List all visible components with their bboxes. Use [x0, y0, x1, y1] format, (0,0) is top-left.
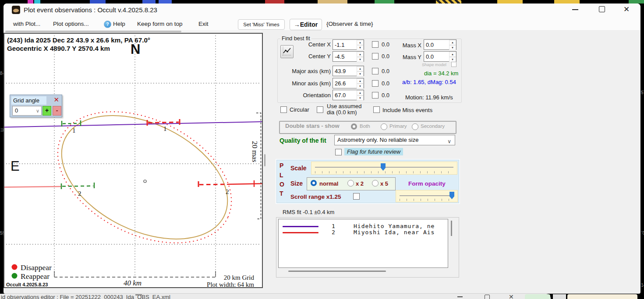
- set-miss-times-button[interactable]: Set 'Miss' Times: [238, 19, 285, 30]
- find-best-fit-button[interactable]: [280, 45, 294, 58]
- mass-x-label: Mass X: [400, 42, 421, 49]
- mass-y-stepper[interactable]: ▲▼: [424, 51, 456, 62]
- size-x2-radio[interactable]: [347, 180, 354, 186]
- disappear-legend-dot: [12, 264, 18, 270]
- plot-version-label: Occult 4.2025.8.23: [6, 282, 48, 287]
- plot-letter: O: [280, 181, 284, 188]
- size-x5-label: x 5: [380, 180, 388, 187]
- grid-angle-label: Grid angle: [11, 96, 46, 105]
- bg-close-icon[interactable]: ✕: [509, 293, 514, 299]
- double-primary-radio[interactable]: [381, 123, 387, 130]
- asteroid-ellipse[interactable]: [42, 91, 248, 264]
- center-x-stepper[interactable]: ▲▼: [333, 39, 364, 50]
- center-x-label: Center X: [299, 41, 331, 48]
- use-assumed-dia-checkbox[interactable]: [317, 106, 323, 113]
- bg-minimize-icon[interactable]: [457, 296, 463, 297]
- spin-down-icon[interactable]: ▼: [357, 45, 364, 50]
- major-axis-fix-label: 0.0: [382, 68, 389, 74]
- plot-title-line2: Geocentric X 4890.7 Y 2570.4 km: [7, 45, 110, 52]
- help-icon[interactable]: ?: [104, 21, 111, 28]
- spin-down-icon[interactable]: ▼: [449, 45, 456, 50]
- menu-plot-options[interactable]: Plot options...: [53, 21, 89, 27]
- plot-width-label: Plot width: 64 km: [207, 281, 254, 287]
- size-normal-radio[interactable]: [311, 180, 317, 186]
- quality-select[interactable]: Astrometry only. No reliable size ∨: [334, 135, 455, 145]
- spin-up-icon[interactable]: ▲: [357, 66, 364, 71]
- spin-up-icon[interactable]: ▲: [357, 52, 364, 57]
- shape-model-label: Shape model: [422, 62, 446, 67]
- taskbar-fragment: [554, 0, 580, 4]
- center-y-fix-checkbox[interactable]: [372, 53, 379, 60]
- grid-angle-plus-button[interactable]: +: [42, 106, 51, 116]
- spin-up-icon[interactable]: ▲: [357, 40, 364, 45]
- spin-up-icon[interactable]: ▲: [449, 52, 456, 57]
- center-y-stepper[interactable]: ▲▼: [333, 51, 364, 62]
- editor-button[interactable]: →Editor: [290, 19, 322, 30]
- chord-1[interactable]: 1 1: [4, 119, 262, 134]
- spin-down-icon[interactable]: ▼: [357, 95, 364, 101]
- spin-down-icon[interactable]: ▼: [357, 71, 364, 77]
- flag-review-checkbox[interactable]: [335, 149, 342, 155]
- scroll-range-checkbox[interactable]: [353, 193, 360, 200]
- bg-maximize-icon[interactable]: [485, 295, 490, 299]
- fit-chart-icon: [282, 46, 292, 56]
- form-opacity-slider-thumb[interactable]: [449, 192, 454, 199]
- size-x5-radio[interactable]: [372, 180, 379, 186]
- include-miss-label: Include Miss events: [382, 107, 432, 113]
- double-both-label: Both: [360, 123, 370, 129]
- maximize-icon[interactable]: [599, 6, 605, 12]
- circular-checkbox[interactable]: [280, 106, 287, 113]
- observer-list-panel: 1 Hidehito Yamamura, ne 2 Miyoshi Ida, n…: [276, 217, 459, 278]
- major-axis-stepper[interactable]: ▲▼: [333, 66, 364, 76]
- observer-2-chord-swatch: [283, 232, 318, 233]
- observer-name: Hidehito Yamamura, ne: [354, 223, 435, 229]
- center-y-label: Center Y: [299, 53, 331, 60]
- double-secondary-radio[interactable]: [412, 123, 418, 130]
- menu-keep-on-top[interactable]: Keep form on top: [137, 21, 183, 27]
- desktop: 8- ヨ 5§ 57 て 14 Plot event observations …: [0, 0, 644, 299]
- spin-down-icon[interactable]: ▼: [357, 57, 364, 62]
- grid-angle-minus-button[interactable]: -: [53, 106, 61, 116]
- spin-up-icon[interactable]: ▲: [449, 40, 456, 45]
- observer-listbox[interactable]: 1 Hidehito Yamamura, ne 2 Miyoshi Ida, n…: [278, 219, 448, 268]
- shape-model-checkbox[interactable]: [451, 62, 456, 67]
- orientation-fix-checkbox[interactable]: [372, 92, 379, 98]
- taskbar-fragment: [142, 0, 156, 4]
- mass-y-label: Mass Y: [400, 54, 421, 60]
- edge-fragment: 57: [641, 91, 644, 95]
- chevron-down-icon: ∨: [36, 106, 39, 115]
- observer-list-hscrollbar[interactable]: [288, 271, 386, 272]
- scale-slider-thumb[interactable]: [381, 163, 386, 171]
- panel-splitter[interactable]: [264, 154, 265, 166]
- grid-angle-close-icon[interactable]: ✕: [53, 96, 59, 104]
- spin-up-icon[interactable]: ▲: [357, 90, 364, 95]
- major-axis-fix-checkbox[interactable]: [372, 68, 379, 74]
- flag-review-label: Flag for future review: [344, 148, 403, 155]
- menu-help[interactable]: Help: [113, 21, 125, 27]
- double-both-radio[interactable]: [351, 123, 357, 130]
- scale-slider[interactable]: [311, 162, 457, 175]
- center-x-fix-label: 0.0: [382, 41, 389, 48]
- include-miss-checkbox[interactable]: [373, 106, 380, 113]
- form-opacity-slider[interactable]: [396, 190, 458, 202]
- close-icon[interactable]: ✕: [623, 5, 630, 14]
- spin-up-icon[interactable]: ▲: [357, 78, 364, 84]
- center-x-fix-checkbox[interactable]: [372, 41, 379, 48]
- mass-x-stepper[interactable]: ▲▼: [424, 39, 456, 50]
- bg-window-fragment: [525, 294, 550, 299]
- quality-label: Quality of the fit: [280, 137, 326, 144]
- motion-value: Motion: 11.96 km/s: [405, 94, 453, 101]
- observer-list-vscrollbar[interactable]: [451, 221, 452, 236]
- observer-time-label: {Observer & time}: [326, 21, 373, 27]
- menu-with-plot[interactable]: with Plot...: [13, 21, 40, 27]
- orientation-label: Orientation: [289, 92, 331, 98]
- spin-down-icon[interactable]: ▼: [357, 84, 364, 89]
- plot-canvas: 1 1 2 2 (243) Ida 2025 Dec 22 43.9 x 26.…: [4, 34, 262, 287]
- minor-axis-stepper[interactable]: ▲▼: [333, 78, 364, 88]
- minor-axis-fix-checkbox[interactable]: [372, 80, 379, 87]
- double-secondary-label: Secondary: [421, 123, 445, 129]
- orientation-stepper[interactable]: ▲▼: [333, 90, 364, 100]
- minimize-icon[interactable]: [572, 9, 578, 10]
- menu-exit[interactable]: Exit: [198, 21, 209, 27]
- grid-angle-select[interactable]: 0 ∨: [12, 106, 42, 116]
